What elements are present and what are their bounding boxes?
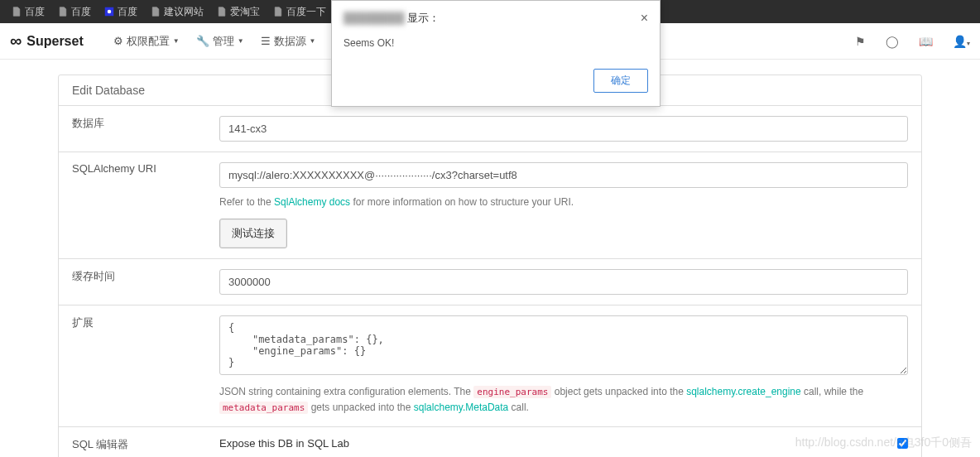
alert-body: Seems OK! bbox=[332, 29, 660, 60]
content: Edit Database 数据库 SQLAlchemy URI Refer t… bbox=[0, 60, 980, 457]
extra-textarea[interactable] bbox=[219, 315, 908, 375]
page-icon bbox=[273, 7, 283, 17]
svg-point-1 bbox=[108, 10, 112, 14]
bookmark-item[interactable]: 百度 bbox=[7, 3, 50, 21]
database-input[interactable] bbox=[219, 116, 908, 142]
extra-label: 扩展 bbox=[59, 305, 206, 426]
metadata-link[interactable]: sqlalchemy.MetaData bbox=[414, 402, 509, 413]
alert-dialog: ████████ 显示： × Seems OK! 确定 bbox=[331, 0, 661, 107]
watermark: http://blog.csdn.net/q电3f0千0侧吾 bbox=[795, 435, 972, 450]
chevron-down-icon: ▼ bbox=[310, 37, 316, 45]
sql-editor-label: SQL 编辑器 bbox=[59, 426, 206, 457]
edit-database-panel: Edit Database 数据库 SQLAlchemy URI Refer t… bbox=[58, 75, 922, 457]
database-icon: ☰ bbox=[261, 35, 271, 47]
extra-help: JSON string containing extra configurati… bbox=[219, 384, 908, 416]
page-icon bbox=[12, 7, 22, 17]
nav-right: ⚑ ◯ 📖 👤▾ bbox=[855, 35, 970, 48]
bookmark-label: 百度 bbox=[118, 5, 137, 19]
bookmark-label: 百度一下 bbox=[286, 5, 326, 19]
page-icon bbox=[151, 7, 161, 17]
sqlalchemy-uri-input[interactable] bbox=[219, 162, 908, 188]
sql-lab-text: Expose this DB in SQL Lab bbox=[219, 437, 349, 450]
bookmark-item[interactable]: 百度 bbox=[53, 3, 96, 21]
nav-label: 管理 bbox=[213, 34, 234, 49]
bookmark-item[interactable]: 百度一下 bbox=[268, 3, 331, 21]
cache-timeout-input[interactable] bbox=[219, 269, 908, 295]
wrench-icon: 🔧 bbox=[196, 35, 209, 47]
github-icon[interactable]: ◯ bbox=[886, 35, 899, 48]
ok-button[interactable]: 确定 bbox=[593, 69, 648, 93]
close-button[interactable]: × bbox=[641, 11, 648, 26]
test-connection-button[interactable]: 测试连接 bbox=[219, 219, 287, 248]
nav-manage[interactable]: 🔧管理▼ bbox=[190, 31, 251, 52]
brand-name: Superset bbox=[26, 34, 83, 49]
database-label: 数据库 bbox=[59, 106, 206, 152]
page-icon bbox=[58, 7, 68, 17]
cache-label: 缓存时间 bbox=[59, 259, 206, 305]
user-menu[interactable]: 👤▾ bbox=[953, 35, 970, 48]
favicon-icon bbox=[104, 7, 114, 17]
bookmark-label: 百度 bbox=[25, 5, 45, 19]
nav-label: 数据源 bbox=[274, 34, 306, 49]
bookmark-label: 百度 bbox=[71, 5, 91, 19]
uri-label: SQLAlchemy URI bbox=[59, 152, 206, 259]
flag-icon[interactable]: ⚑ bbox=[855, 35, 866, 48]
nav-label: 权限配置 bbox=[127, 34, 170, 49]
nav-menu: ⚙权限配置▼ 🔧管理▼ ☰数据源▼ bbox=[107, 31, 323, 52]
code-engine-params: engine_params bbox=[473, 386, 551, 398]
nav-sources[interactable]: ☰数据源▼ bbox=[254, 31, 323, 52]
bookmark-label: 建议网站 bbox=[164, 5, 204, 19]
bookmark-item[interactable]: 爱淘宝 bbox=[212, 3, 265, 21]
chevron-down-icon: ▼ bbox=[173, 37, 180, 45]
chevron-down-icon: ▼ bbox=[238, 37, 244, 45]
book-icon[interactable]: 📖 bbox=[919, 35, 933, 48]
nav-security[interactable]: ⚙权限配置▼ bbox=[107, 31, 186, 52]
code-metadata-params: metadata_params bbox=[219, 402, 308, 414]
bookmark-label: 爱淘宝 bbox=[230, 5, 260, 19]
uri-help: Refer to the SqlAlchemy docs for more in… bbox=[219, 195, 908, 210]
bookmark-item[interactable]: 百度 bbox=[99, 3, 142, 21]
gear-icon: ⚙ bbox=[113, 35, 123, 47]
logo-area[interactable]: ∞ Superset bbox=[10, 31, 84, 51]
create-engine-link[interactable]: sqlalchemy.create_engine bbox=[686, 386, 801, 397]
form-table: 数据库 SQLAlchemy URI Refer to the SqlAlche… bbox=[59, 105, 921, 457]
sqlalchemy-docs-link[interactable]: SqlAlchemy docs bbox=[274, 196, 350, 208]
bookmark-item[interactable]: 建议网站 bbox=[146, 3, 209, 21]
alert-title: ████████ 显示： bbox=[343, 11, 440, 26]
logo-icon: ∞ bbox=[10, 31, 22, 51]
page-icon bbox=[217, 7, 227, 17]
